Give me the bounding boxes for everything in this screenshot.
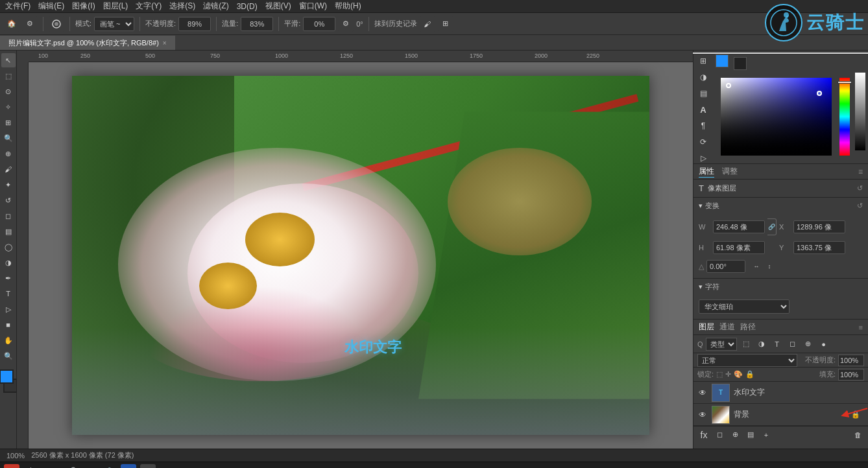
actions-icon[interactable]: ▷ (696, 152, 710, 163)
wh-link-icon[interactable]: 🔗 (767, 218, 777, 235)
mode-select[interactable]: 画笔 ~ (94, 17, 134, 31)
w-input[interactable] (713, 220, 765, 233)
opacity-input[interactable] (178, 17, 211, 31)
marquee-tool[interactable]: ⬚ (1, 69, 16, 83)
text-tool[interactable]: T (1, 287, 16, 301)
paths-tab[interactable]: 路径 (740, 322, 756, 333)
lock-all-btn[interactable]: 🔒 (745, 370, 754, 379)
new-adjustment-btn[interactable]: ⊕ (729, 428, 741, 441)
menu-item-edit[interactable]: 编辑(E) (38, 1, 64, 12)
angle-input[interactable] (706, 260, 745, 273)
eraser-tool[interactable]: ◻ (1, 209, 16, 223)
magic-wand-tool[interactable]: ✧ (1, 100, 16, 114)
flow-input[interactable] (241, 17, 273, 31)
gradient-tool[interactable]: ▤ (1, 224, 16, 239)
ime-icon[interactable]: S (4, 464, 19, 469)
lock-move-btn[interactable]: ✛ (725, 370, 731, 379)
opacity-value-input[interactable] (838, 355, 864, 366)
h-input[interactable] (713, 241, 765, 254)
layers-icon[interactable]: ▤ (696, 88, 710, 99)
character-header[interactable]: ▾ 字符 (693, 279, 868, 294)
layer-filter-pixel[interactable]: ⬚ (740, 338, 753, 351)
menu-item-help[interactable]: 帮助(H) (335, 1, 361, 12)
caps-icon[interactable]: ↑ (43, 464, 58, 469)
properties-icon[interactable]: ⊞ (696, 56, 710, 67)
layer-filter-adjust[interactable]: ◑ (755, 338, 768, 351)
font-family-select[interactable]: 华文细珀 (699, 299, 790, 314)
path-select-tool[interactable]: ▷ (1, 302, 16, 316)
flip-h-button[interactable]: ↔ (751, 261, 762, 272)
fg-color-swatch[interactable] (716, 54, 729, 67)
channels-tab[interactable]: 通道 (719, 322, 735, 333)
mic-icon[interactable]: 🎤 (62, 464, 78, 469)
link-reset-icon[interactable]: ↺ (857, 184, 863, 193)
smooth-input[interactable] (303, 17, 335, 31)
gradient-selected-handle[interactable] (817, 91, 822, 96)
adjustments-tab[interactable]: 调整 (722, 166, 738, 177)
add-style-btn[interactable]: fx (697, 428, 710, 441)
panel-collapse-button[interactable]: ≡ (858, 167, 863, 176)
layers-collapse-btn[interactable]: ≡ (859, 323, 863, 331)
canvas-content[interactable]: 水印文字 (29, 62, 693, 449)
layer-eye-text[interactable]: 👁 (697, 388, 708, 398)
eyedropper-tool[interactable]: 🔍 (1, 131, 16, 145)
zoom-tool[interactable]: 🔍 (1, 349, 16, 363)
document-tab[interactable]: 照片编辑文字.psd @ 100% (水印文字, RGB/8#) × (0, 36, 175, 50)
crop-tool[interactable]: ⊞ (1, 115, 16, 130)
menu-item-file[interactable]: 文件(F) (5, 1, 30, 12)
fill-value-input[interactable] (838, 369, 864, 380)
canvas-image[interactable]: 水印文字 (72, 76, 649, 435)
adjustments-icon[interactable]: ◑ (696, 72, 710, 83)
brush-preset-button[interactable] (49, 16, 64, 32)
taskbar-app1[interactable]: ⬛ (121, 464, 136, 469)
properties-tab[interactable]: 属性 (699, 166, 714, 178)
history-icon[interactable]: ⟳ (696, 136, 710, 147)
bg-color-swatch[interactable] (734, 57, 747, 70)
menu-item-layer[interactable]: 图层(L) (103, 1, 128, 12)
layer-filter-toggle[interactable]: ● (817, 338, 830, 351)
settings-button[interactable]: ⚙ (338, 16, 354, 32)
lock-icon[interactable]: 🔒 (101, 464, 117, 469)
menu-item-text[interactable]: 文字(Y) (136, 1, 162, 12)
hand-tool[interactable]: ✋ (1, 333, 16, 347)
menu-item-filter[interactable]: 滤镜(Z) (203, 1, 228, 12)
dodge-tool[interactable]: ◑ (1, 255, 16, 270)
hue-bar[interactable] (839, 78, 850, 156)
lock-artboard-btn[interactable]: 🎨 (734, 370, 743, 379)
layer-filter-text[interactable]: T (771, 338, 784, 351)
layer-filter-smart[interactable]: ⊕ (802, 338, 815, 351)
brightness-slider[interactable] (692, 52, 868, 54)
menu-item-window[interactable]: 窗口(W) (299, 1, 327, 12)
transform-link-icon[interactable]: ↺ (857, 202, 863, 210)
blend-mode-select[interactable]: 正常 (697, 354, 797, 367)
symmetry-button[interactable]: ⊞ (438, 16, 453, 32)
x-input[interactable] (793, 220, 845, 233)
layer-eye-bg[interactable]: 👁 (697, 410, 708, 420)
menu-item-view[interactable]: 视图(V) (265, 1, 291, 12)
tool-options-button[interactable]: ⚙ (22, 16, 38, 32)
layer-filter-shape[interactable]: ◻ (786, 338, 799, 351)
tab-close-button[interactable]: × (163, 40, 167, 47)
pen-tool[interactable]: ✒ (1, 271, 16, 285)
history-brush-tool[interactable]: ↺ (1, 193, 16, 207)
delete-layer-btn[interactable]: 🗑 (851, 428, 864, 441)
lock-pixel-btn[interactable]: ⬚ (716, 370, 723, 379)
layer-item-bg[interactable]: 👁 背景 🔒 (693, 404, 868, 426)
airbrush-button[interactable]: 🖌 (420, 16, 435, 32)
gradient-handle[interactable] (726, 83, 731, 88)
brightness-bar[interactable] (855, 73, 865, 150)
taskbar-app2[interactable]: ⬛ (140, 464, 156, 469)
transform-header[interactable]: ▾ 变换 ↺ (693, 198, 868, 213)
character-icon[interactable]: A (696, 104, 710, 115)
brush-tool[interactable]: 🖌 (1, 162, 16, 176)
layers-tab[interactable]: 图层 (699, 322, 714, 333)
paragraph-icon[interactable]: ¶ (696, 120, 710, 131)
lasso-tool[interactable]: ⊙ (1, 84, 16, 99)
new-group-btn[interactable]: ▤ (744, 428, 757, 441)
new-layer-btn[interactable]: + (760, 428, 773, 441)
tool-home-button[interactable]: 🏠 (4, 16, 19, 32)
color-gradient-picker[interactable] (721, 78, 832, 156)
menu-item-select[interactable]: 选择(S) (169, 1, 195, 12)
move-tool[interactable]: ↖ (1, 53, 16, 67)
heal-tool[interactable]: ⊕ (1, 146, 16, 161)
